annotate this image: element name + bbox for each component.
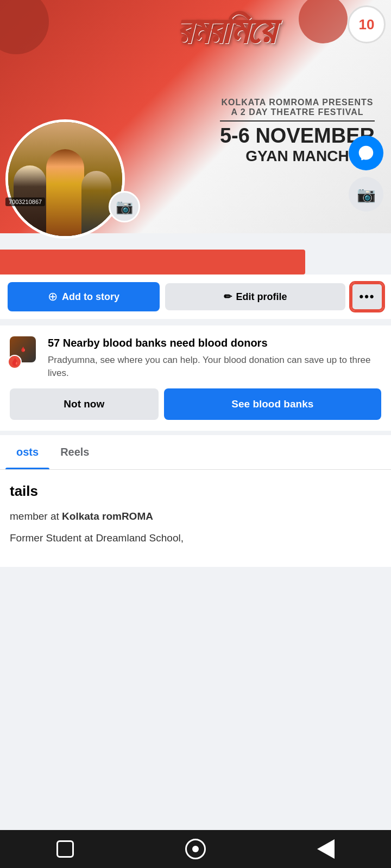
messenger-button[interactable] — [349, 136, 383, 170]
figure-center — [46, 149, 84, 236]
festival-text: A 2 DAY THEATRE FESTIVAL — [220, 107, 375, 117]
tab-reels[interactable]: Reels — [49, 435, 100, 469]
red-accent-bar — [0, 250, 305, 275]
details-section: tails member at Kolkata romROMA Former S… — [0, 470, 391, 567]
cover-decoration-left — [0, 0, 49, 54]
school-text: Former Student at Dreamland School, — [10, 532, 184, 544]
more-options-button[interactable]: ••• — [351, 283, 383, 311]
not-now-button[interactable]: Not now — [10, 388, 159, 420]
edit-profile-button[interactable]: ✏ Edit profile — [165, 283, 345, 310]
member-prefix: member at — [10, 510, 62, 522]
cover-divider — [220, 120, 375, 122]
see-blood-banks-button[interactable]: See blood banks — [164, 388, 381, 420]
nav-square-button[interactable] — [49, 833, 81, 865]
blood-card-description: Pradyumna, see where you can help. Your … — [48, 354, 381, 380]
square-icon — [56, 840, 74, 858]
right-action-icons: 📷 — [349, 136, 383, 212]
blood-icon-wrapper: 🩸 🩸 — [10, 336, 40, 367]
figure-right — [81, 171, 111, 236]
details-title: tails — [10, 483, 381, 500]
blood-badge-icon: 🩸 — [8, 355, 22, 369]
bottom-navigation — [0, 830, 391, 868]
camera-button[interactable]: 📷 — [349, 177, 383, 212]
pencil-icon: ✏ — [224, 291, 232, 303]
add-to-story-button[interactable]: ⊕ Add to story — [8, 282, 160, 311]
detail-item-school: Former Student at Dreamland School, — [10, 532, 381, 544]
phone-number: 7003210867 — [5, 197, 45, 206]
tabs-row: osts Reels — [0, 435, 391, 470]
channel-logo: 10 — [348, 5, 386, 43]
cover-bengali-title: রমরমিয়ে — [176, 11, 274, 50]
blood-card-text: 57 Nearby blood banks need blood donors … — [48, 336, 381, 380]
more-dots: ••• — [359, 290, 375, 304]
profile-picture — [5, 119, 125, 239]
nav-home-button[interactable] — [179, 833, 212, 865]
presents-text: KOLKATA ROMROMA PRESENTS — [220, 98, 375, 107]
blood-donation-card: 🩸 🩸 57 Nearby blood banks need blood don… — [0, 326, 391, 431]
profile-camera-button[interactable]: 📷 — [109, 191, 140, 222]
blood-card-actions: Not now See blood banks — [10, 388, 381, 420]
tab-posts[interactable]: osts — [5, 435, 49, 469]
blood-card-header: 🩸 🩸 57 Nearby blood banks need blood don… — [10, 336, 381, 380]
circle-icon — [185, 839, 206, 859]
action-buttons-row: ⊕ Add to story ✏ Edit profile ••• — [0, 275, 391, 319]
section-divider — [0, 431, 391, 435]
detail-item-member: member at Kolkata romROMA — [10, 510, 381, 522]
messenger-icon — [357, 144, 375, 162]
member-org: Kolkata romROMA — [62, 510, 153, 522]
add-icon: ⊕ — [48, 290, 58, 304]
cover-decoration-right — [299, 0, 348, 43]
circle-inner — [192, 846, 199, 852]
blood-card-title: 57 Nearby blood banks need blood donors — [48, 336, 381, 349]
triangle-icon — [317, 839, 335, 859]
nav-back-button[interactable] — [310, 833, 342, 865]
